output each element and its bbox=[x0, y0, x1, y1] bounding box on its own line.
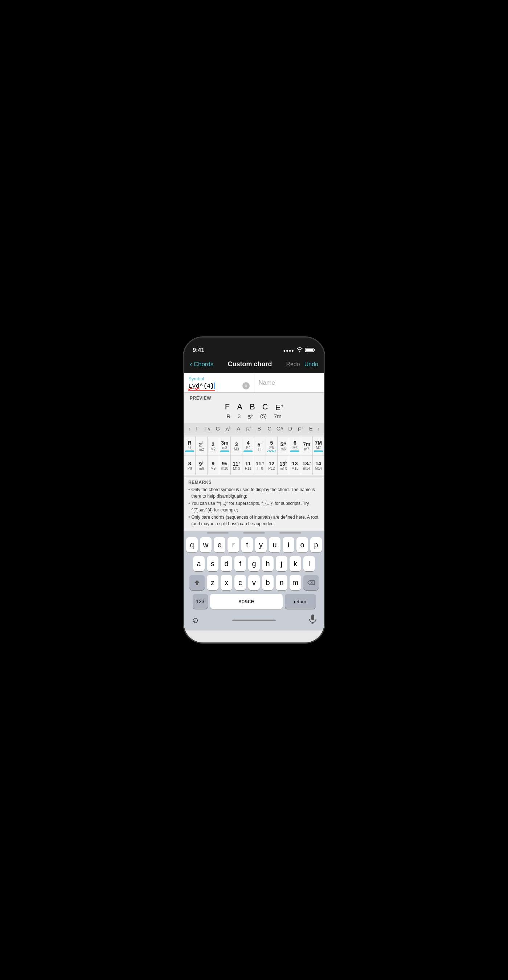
root-F[interactable]: F bbox=[192, 425, 202, 432]
cell-5b[interactable]: 5♭ TT bbox=[254, 437, 266, 455]
cell-7m[interactable]: 7m m7 bbox=[301, 437, 313, 455]
cell-3[interactable]: 3 M3 bbox=[231, 437, 242, 455]
root-E[interactable]: E bbox=[306, 425, 316, 432]
note-A: A bbox=[237, 402, 242, 412]
key-w[interactable]: w bbox=[200, 537, 211, 552]
root-B[interactable]: B bbox=[254, 425, 264, 432]
key-a[interactable]: a bbox=[193, 556, 205, 571]
key-s[interactable]: s bbox=[207, 556, 218, 571]
key-k[interactable]: k bbox=[290, 556, 301, 571]
remark-text-1: Only the chord symbol is used to display… bbox=[191, 486, 320, 500]
root-Fsharp[interactable]: F# bbox=[202, 425, 213, 432]
root-nav-items: F F# G A♭ A B♭ B C C# D E♭ E bbox=[192, 425, 316, 432]
cell-2b[interactable]: 2♭ m2 bbox=[195, 437, 207, 455]
cell-11[interactable]: 11 P11 bbox=[242, 456, 254, 475]
cell-13b[interactable]: 13♭ m13 bbox=[278, 456, 289, 475]
cell-R[interactable]: R U bbox=[184, 437, 195, 455]
cell-13[interactable]: 13 M13 bbox=[289, 456, 301, 475]
key-r[interactable]: r bbox=[227, 537, 239, 552]
key-l[interactable]: l bbox=[303, 556, 315, 571]
nav-title: Custom chord bbox=[227, 360, 272, 368]
key-j[interactable]: j bbox=[276, 556, 287, 571]
root-G[interactable]: G bbox=[213, 425, 223, 432]
key-o[interactable]: o bbox=[297, 537, 308, 552]
cell-3m[interactable]: 3m m3 bbox=[219, 437, 231, 455]
root-A[interactable]: A bbox=[233, 425, 243, 432]
symbol-field-row: Lyd^{4} ✕ bbox=[188, 382, 250, 390]
back-chevron-icon: ‹ bbox=[190, 360, 192, 368]
cell-8[interactable]: 8 P8 bbox=[184, 456, 195, 475]
key-h[interactable]: h bbox=[262, 556, 274, 571]
interval-7m: 7m bbox=[274, 413, 282, 420]
key-b[interactable]: b bbox=[262, 575, 274, 590]
cell-6[interactable]: 6 M6 bbox=[289, 437, 301, 455]
root-nav-left-arrow[interactable]: ‹ bbox=[187, 425, 192, 433]
name-field-row: Name bbox=[259, 376, 320, 390]
undo-button[interactable]: Undo bbox=[305, 361, 318, 368]
root-Ab[interactable]: A♭ bbox=[223, 425, 233, 432]
key-i[interactable]: i bbox=[283, 537, 294, 552]
svg-rect-2 bbox=[306, 349, 313, 352]
symbol-section: Symbol Lyd^{4} ✕ bbox=[184, 373, 254, 392]
key-m[interactable]: m bbox=[290, 575, 301, 590]
wifi-icon bbox=[297, 347, 303, 353]
key-e[interactable]: e bbox=[214, 537, 225, 552]
cell-11sharp[interactable]: 11# TT8 bbox=[254, 456, 266, 475]
emoji-button[interactable]: ☺ bbox=[191, 616, 199, 625]
symbol-label: Symbol bbox=[188, 376, 250, 382]
key-t[interactable]: t bbox=[241, 537, 253, 552]
cell-13sharp[interactable]: 13# m14 bbox=[301, 456, 313, 475]
name-placeholder[interactable]: Name bbox=[259, 379, 275, 387]
clear-symbol-button[interactable]: ✕ bbox=[242, 382, 250, 390]
root-Eb[interactable]: E♭ bbox=[295, 425, 306, 432]
root-nav: ‹ F F# G A♭ A B♭ B C C# D E♭ E › bbox=[184, 423, 324, 435]
key-y[interactable]: y bbox=[255, 537, 267, 552]
interval-R: R bbox=[226, 413, 230, 420]
key-d[interactable]: d bbox=[221, 556, 232, 571]
key-q[interactable]: q bbox=[186, 537, 198, 552]
return-key[interactable]: return bbox=[285, 594, 316, 609]
key-c[interactable]: c bbox=[234, 575, 246, 590]
key-v[interactable]: v bbox=[248, 575, 260, 590]
root-C[interactable]: C bbox=[265, 425, 275, 432]
delete-key[interactable] bbox=[303, 575, 319, 590]
cell-9[interactable]: 9 M9 bbox=[208, 456, 219, 475]
remark-2: • You can use "^{...}" for superscripts,… bbox=[188, 500, 320, 513]
cell-14[interactable]: 14 M14 bbox=[313, 456, 324, 475]
cell-7M[interactable]: 7M M7 bbox=[313, 437, 324, 455]
dictate-button[interactable] bbox=[309, 614, 317, 626]
root-Csharp[interactable]: C# bbox=[275, 425, 285, 432]
interval-grid: R U 2♭ m2 2 M2 3m m3 3 bbox=[184, 435, 324, 477]
root-Bb[interactable]: B♭ bbox=[244, 425, 254, 432]
remark-1: • Only the chord symbol is used to displ… bbox=[188, 486, 320, 500]
svg-rect-5 bbox=[311, 614, 314, 620]
num-key[interactable]: 123 bbox=[193, 594, 208, 609]
cell-5sharp[interactable]: 5# m6 bbox=[278, 437, 289, 455]
cell-bar-7M bbox=[314, 450, 323, 452]
key-n[interactable]: n bbox=[276, 575, 287, 590]
cell-12[interactable]: 12 P12 bbox=[266, 456, 278, 475]
cell-2[interactable]: 2 M2 bbox=[208, 437, 219, 455]
shift-key[interactable] bbox=[189, 575, 205, 590]
symbol-input[interactable]: Lyd^{4} bbox=[188, 383, 215, 390]
back-button[interactable]: ‹ Chords bbox=[190, 360, 213, 368]
key-g[interactable]: g bbox=[248, 556, 260, 571]
cell-9b[interactable]: 9♭ m9 bbox=[195, 456, 207, 475]
redo-button[interactable]: Redo bbox=[286, 361, 300, 368]
key-x[interactable]: x bbox=[221, 575, 232, 590]
cell-9sharp[interactable]: 9# m10 bbox=[219, 456, 231, 475]
cell-5[interactable]: 5 P5 bbox=[266, 437, 278, 455]
kb-bottom-bar: ☺ bbox=[186, 612, 322, 629]
key-f[interactable]: f bbox=[234, 556, 246, 571]
space-key[interactable]: space bbox=[210, 594, 283, 609]
key-u[interactable]: u bbox=[269, 537, 281, 552]
remarks-label: REMARKS bbox=[188, 480, 320, 485]
key-z[interactable]: z bbox=[207, 575, 218, 590]
root-D[interactable]: D bbox=[285, 425, 295, 432]
key-p[interactable]: p bbox=[310, 537, 322, 552]
cell-4[interactable]: 4 P4 bbox=[242, 437, 254, 455]
root-nav-right-arrow[interactable]: › bbox=[316, 425, 321, 433]
cell-11b[interactable]: 11♭ M10 bbox=[231, 456, 242, 475]
note-B: B bbox=[250, 402, 255, 412]
keyboard: q w e r t y u i o p a s d f g h j k bbox=[184, 535, 324, 630]
